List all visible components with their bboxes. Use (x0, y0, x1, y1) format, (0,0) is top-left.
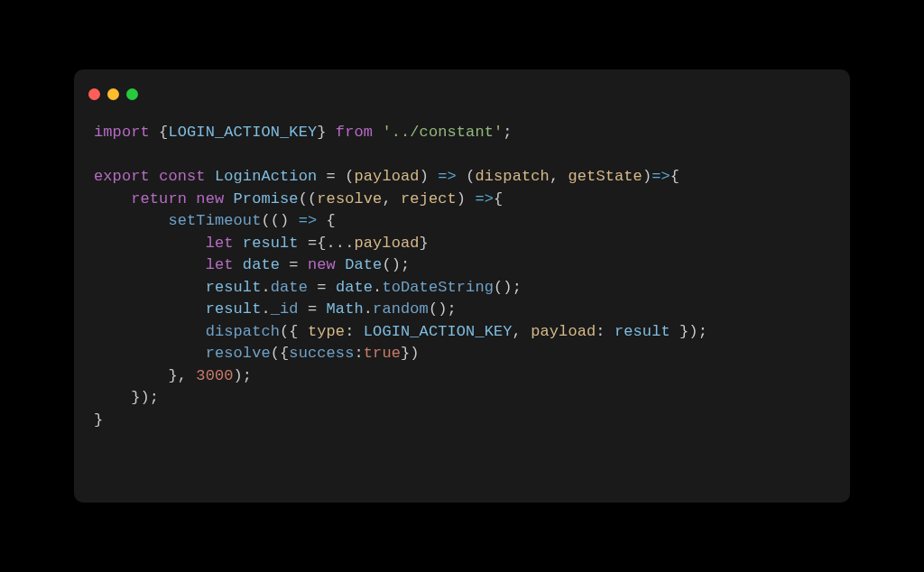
code-token: ) (642, 168, 651, 185)
code-token: '../constant' (382, 124, 503, 141)
code-token: . (261, 279, 270, 296)
code-token: resolve (317, 190, 382, 208)
code-token: LoginAction (215, 168, 317, 185)
code-token: getState (568, 168, 642, 185)
code-token: reject (401, 190, 457, 208)
close-icon[interactable] (88, 88, 100, 100)
code-token: (( (299, 190, 318, 208)
code-token: from (336, 124, 373, 141)
code-line: let date = new Date(); (94, 254, 830, 277)
code-token: resolve (206, 345, 271, 362)
code-token: dispatch (475, 168, 549, 185)
code-token: Date (345, 256, 382, 273)
code-block: import {LOGIN_ACTION_KEY} from '../const… (74, 109, 850, 431)
code-line: }); (94, 387, 830, 410)
code-token (94, 279, 206, 296)
code-token: ) (420, 168, 439, 185)
code-token: ; (503, 124, 512, 141)
code-token: ={... (299, 235, 355, 252)
code-token (94, 256, 206, 273)
code-token: }, (94, 367, 196, 384)
code-token: . (364, 300, 373, 318)
code-token: result (206, 300, 262, 318)
code-token (224, 190, 233, 208)
code-line: setTimeout(() => { (94, 210, 830, 233)
code-token: : (354, 345, 363, 362)
code-token: => (651, 168, 670, 185)
code-line: return new Promise((resolve, reject) =>{ (94, 189, 830, 211)
code-line: let result ={...payload} (94, 233, 830, 255)
code-token: toDateString (382, 279, 494, 296)
code-token: = ( (317, 168, 354, 185)
code-line: import {LOGIN_ACTION_KEY} from '../const… (94, 122, 830, 144)
code-token: => (299, 212, 318, 229)
code-token: }) (401, 345, 420, 362)
code-token: }); (670, 323, 707, 340)
code-token: date (336, 279, 373, 296)
minimize-icon[interactable] (107, 88, 119, 100)
code-token (234, 235, 243, 252)
code-token: ) (457, 190, 476, 208)
code-line (94, 144, 830, 167)
code-token: return (131, 190, 187, 208)
code-token: ( (457, 168, 476, 185)
code-line: }, 3000); (94, 365, 830, 388)
code-token: type (308, 323, 345, 340)
code-token: _id (271, 300, 299, 318)
code-token (234, 256, 243, 273)
code-token: date (271, 279, 308, 296)
code-token: . (261, 300, 270, 318)
code-token (373, 124, 382, 141)
code-token: new (308, 256, 336, 273)
code-window: import {LOGIN_ACTION_KEY} from '../const… (74, 69, 850, 503)
code-token (94, 345, 206, 362)
code-token: setTimeout (168, 212, 261, 229)
code-line: export const LoginAction = (payload) => … (94, 166, 830, 189)
code-token: import (94, 124, 150, 141)
code-token: = (299, 300, 327, 318)
code-token: ({ (271, 345, 290, 362)
code-token: : (345, 323, 364, 340)
code-token: success (289, 345, 354, 362)
code-token: new (196, 190, 224, 208)
code-token: date (243, 256, 280, 273)
code-token: } (94, 411, 103, 429)
code-token: true (364, 345, 401, 362)
code-token: let (206, 235, 234, 252)
code-token: , (513, 323, 531, 340)
code-token: : (596, 323, 614, 340)
code-token: , (550, 168, 568, 185)
zoom-icon[interactable] (126, 88, 138, 100)
code-token (94, 190, 131, 208)
code-token: (); (382, 256, 410, 273)
window-titlebar (74, 69, 850, 109)
code-token (336, 256, 345, 273)
code-token: LOGIN_ACTION_KEY (364, 323, 513, 340)
code-token: => (475, 190, 494, 208)
code-token: LOGIN_ACTION_KEY (168, 124, 317, 141)
code-token: payload (354, 235, 419, 252)
code-token: => (438, 168, 457, 185)
code-token (187, 190, 196, 208)
code-token: . (373, 279, 382, 296)
code-token: 3000 (196, 367, 233, 384)
code-token (206, 168, 215, 185)
code-token: { (494, 190, 503, 208)
code-token: = (280, 256, 308, 273)
code-token (94, 323, 206, 340)
code-token: result (243, 235, 299, 252)
code-token: Promise (234, 190, 299, 208)
code-token: { (670, 168, 679, 185)
code-line: } (94, 410, 830, 432)
code-token: ({ (280, 323, 308, 340)
code-token: , (382, 190, 401, 208)
code-token (150, 168, 159, 185)
code-token: payload (355, 168, 420, 185)
code-token (94, 212, 168, 229)
code-token: Math (327, 300, 364, 318)
code-line: resolve({success:true}) (94, 343, 830, 365)
code-token: result (206, 279, 262, 296)
code-token: export (94, 168, 150, 185)
code-token: result (614, 323, 670, 340)
code-line: dispatch({ type: LOGIN_ACTION_KEY, paylo… (94, 321, 830, 344)
